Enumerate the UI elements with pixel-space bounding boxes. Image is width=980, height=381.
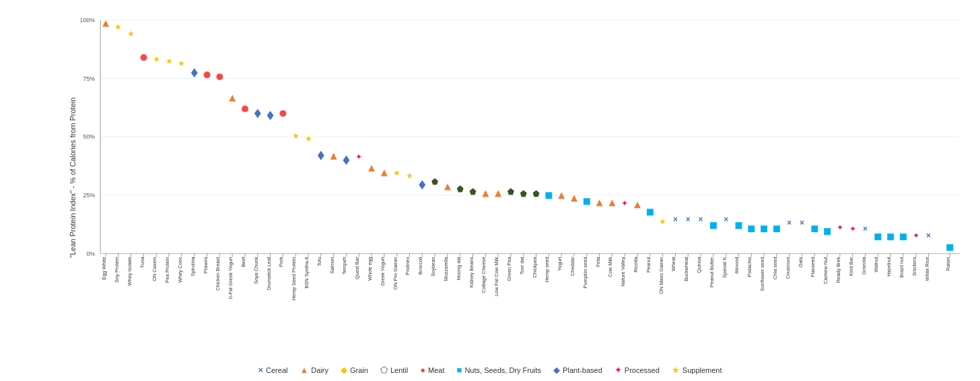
point-tuna xyxy=(141,54,147,61)
svg-marker-38 xyxy=(470,188,477,195)
legend-cereal-label: Cereal xyxy=(266,366,287,374)
svg-text:Quinoa: Quinoa xyxy=(696,256,702,273)
svg-text:×: × xyxy=(699,215,703,224)
svg-text:Soya Chunk: Soya Chunk xyxy=(253,256,259,284)
svg-marker-22 xyxy=(267,111,274,120)
svg-text:×: × xyxy=(686,215,691,224)
legend-meat: ● Meat xyxy=(420,366,444,374)
svg-text:Ready Brek: Ready Brek xyxy=(835,256,841,283)
svg-text:★: ★ xyxy=(114,22,122,32)
svg-marker-26 xyxy=(318,151,324,160)
svg-text:Soybean: Soybean xyxy=(430,257,436,277)
svg-marker-42 xyxy=(520,190,527,197)
svg-text:Chicken Breast: Chicken Breast xyxy=(215,257,221,291)
svg-text:ON Pro Gainer: ON Pro Gainer xyxy=(392,256,398,290)
svg-text:ON Casein: ON Casein xyxy=(151,257,158,281)
svg-text:White Rice: White Rice xyxy=(924,257,930,281)
svg-text:Chia seed: Chia seed xyxy=(772,257,778,279)
svg-text:Hemp Seed Protein: Hemp Seed Protein xyxy=(291,257,297,300)
svg-text:Pistachio: Pistachio xyxy=(746,257,753,277)
svg-text:Almond: Almond xyxy=(734,257,740,274)
svg-text:Soy Protein: Soy Protein xyxy=(114,257,120,283)
svg-text:×: × xyxy=(724,215,728,224)
svg-text:Ricotta: Ricotta xyxy=(633,256,639,273)
svg-text:Feta: Feta xyxy=(595,256,601,267)
processed-icon: ✦ xyxy=(615,366,622,374)
svg-marker-19 xyxy=(229,95,236,102)
svg-text:Drumstick Leaf: Drumstick Leaf xyxy=(266,256,272,290)
chart-area: .axis-text { font-family: Arial, sans-se… xyxy=(47,13,967,300)
legend-processed-label: Processed xyxy=(625,366,660,374)
svg-text:Whey Isolate: Whey Isolate xyxy=(127,257,133,286)
legend-plant-label: Plant-based xyxy=(563,366,602,374)
svg-point-23 xyxy=(279,110,286,117)
svg-marker-43 xyxy=(533,190,540,197)
svg-text:Mozzarella: Mozzarella xyxy=(443,256,449,281)
svg-rect-65 xyxy=(811,226,818,232)
svg-text:Whole egg: Whole egg xyxy=(367,257,373,281)
svg-text:Peanut: Peanut xyxy=(645,257,652,273)
svg-rect-47 xyxy=(584,198,590,205)
svg-text:25%: 25% xyxy=(83,192,95,199)
nuts-icon: ■ xyxy=(457,366,462,374)
svg-marker-30 xyxy=(368,165,375,172)
svg-text:Greek Yogurt: Greek Yogurt xyxy=(380,257,386,286)
svg-text:Whey Conc: Whey Conc xyxy=(177,256,183,283)
svg-rect-71 xyxy=(887,234,894,240)
svg-text:×: × xyxy=(863,224,868,234)
svg-text:Walnut: Walnut xyxy=(873,257,879,273)
svg-marker-27 xyxy=(330,153,337,160)
svg-text:Low Fat Cow Milk: Low Fat Cow Milk xyxy=(493,256,499,296)
svg-marker-48 xyxy=(596,199,603,206)
svg-text:Tempeh: Tempeh xyxy=(341,257,347,275)
svg-text:Raisin: Raisin xyxy=(945,257,951,271)
svg-text:Granola: Granola xyxy=(861,256,867,275)
legend-lentil: ⬠ Lentil xyxy=(380,366,408,374)
svg-text:Hemp seed: Hemp seed xyxy=(544,257,550,283)
main-chart-svg: .axis-text { font-family: Arial, sans-se… xyxy=(47,13,967,300)
svg-text:✦: ✦ xyxy=(913,231,919,240)
svg-text:Pumpkin seed: Pumpkin seed xyxy=(582,257,588,289)
svg-text:×: × xyxy=(673,215,678,224)
svg-rect-61 xyxy=(761,226,767,232)
svg-text:75%: 75% xyxy=(83,75,95,82)
chart-container: "Lean Protein Index" - % of Calories fro… xyxy=(0,0,980,381)
svg-text:✦: ✦ xyxy=(849,224,856,234)
chart-legend: × Cereal ▲ Dairy ◆ Grain ⬠ Lentil ● Meat… xyxy=(258,366,722,374)
svg-marker-46 xyxy=(571,195,578,201)
svg-text:0%: 0% xyxy=(86,250,95,257)
svg-text:Cashew Nut: Cashew Nut xyxy=(823,257,829,284)
svg-marker-40 xyxy=(495,190,501,197)
point-spirulina xyxy=(191,68,198,77)
lentil-icon: ⬠ xyxy=(380,366,388,374)
svg-text:Quest Bar: Quest Bar xyxy=(354,256,360,279)
svg-text:Salmon: Salmon xyxy=(329,257,335,274)
svg-text:★: ★ xyxy=(659,217,666,226)
legend-grain: ◆ Grain xyxy=(341,366,368,374)
svg-rect-52 xyxy=(647,209,654,215)
svg-rect-72 xyxy=(900,234,907,240)
svg-text:Peanut Butter: Peanut Butter xyxy=(709,256,715,287)
meat-icon: ● xyxy=(420,366,425,374)
svg-rect-59 xyxy=(736,222,742,229)
svg-text:BSN Syntha-6: BSN Syntha-6 xyxy=(304,257,310,289)
svg-text:Spirulina: Spirulina xyxy=(190,256,196,277)
svg-text:×: × xyxy=(926,231,931,240)
svg-text:Flaxseed: Flaxseed xyxy=(810,257,816,277)
svg-marker-28 xyxy=(343,155,349,165)
svg-point-17 xyxy=(204,71,211,78)
svg-text:Broccoli: Broccoli xyxy=(417,256,423,275)
svg-marker-51 xyxy=(634,201,641,208)
svg-marker-49 xyxy=(608,199,615,206)
svg-text:★: ★ xyxy=(406,171,413,180)
point-egg-white xyxy=(102,20,109,27)
svg-text:Cow Milk: Cow Milk xyxy=(607,256,613,277)
legend-processed: ✦ Processed xyxy=(615,366,660,374)
dairy-icon: ▲ xyxy=(300,366,308,374)
legend-cereal: × Cereal xyxy=(258,366,287,374)
svg-text:Sunflower seed: Sunflower seed xyxy=(759,257,765,291)
svg-text:Egg White: Egg White xyxy=(101,257,107,280)
svg-text:Cottage Cheese: Cottage Cheese xyxy=(481,257,487,293)
svg-marker-36 xyxy=(444,184,451,190)
svg-point-20 xyxy=(242,106,248,112)
